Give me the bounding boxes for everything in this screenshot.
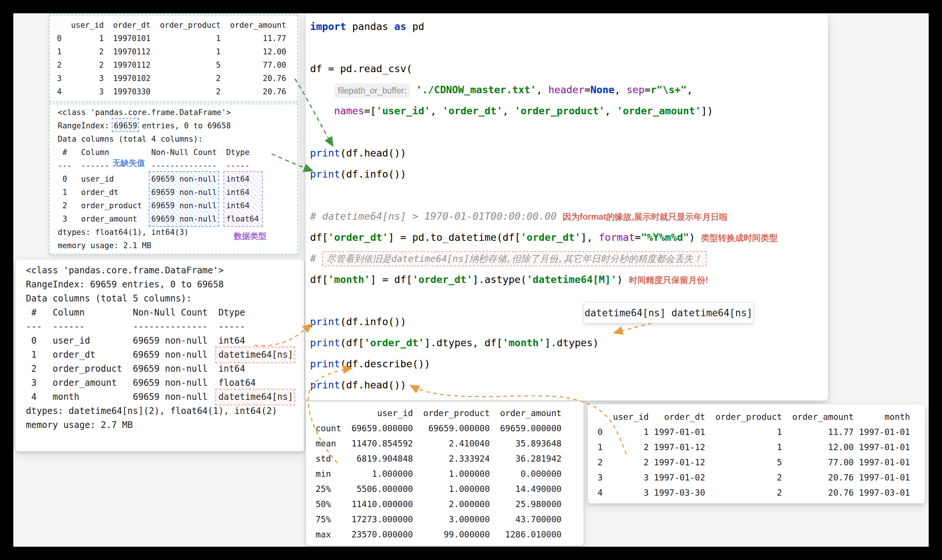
raw-dataframe-output-panel: user_id order_dt order_product order_amo… [49,15,300,254]
converted-head-output: user_id order_dt order_product order_amo… [588,404,925,500]
code-line: print(df['order_dt'].dtypes, df['month']… [310,332,828,353]
code-line [310,185,828,206]
code-line: print(df.info()) [310,163,828,185]
describe-output: user_id order_product order_amount count… [306,402,583,542]
converted-info-output: <class 'pandas.core.frame.DataFrame'> Ra… [15,260,304,432]
code-editor-panel[interactable]: import pandas as pd df = pd.read_csv( fi… [306,12,828,401]
df-info-output: <class 'pandas.core.frame.DataFrame'> Ra… [49,104,297,252]
converted-info-output-panel: <class 'pandas.core.frame.DataFrame'> Ra… [15,260,304,451]
describe-output-panel: user_id order_product order_amount count… [306,402,583,546]
code-line: names=['user_id', 'order_dt', 'order_pro… [310,100,828,122]
code-line: df['order_dt'] = pd.to_datetime(df['orde… [310,227,828,248]
code-line: import pandas as pd [310,16,828,37]
dtypes-result-tooltip: datetime64[ns] datetime64[ns] [584,303,753,323]
no-missing-values-label: 无缺失值 [112,158,145,169]
code-line [310,122,828,142]
df-head-output-box: user_id order_dt order_product order_amo… [49,15,298,102]
code-line: # 尽管看到依旧是datetime64[ns]纳秒存储,但除了月份,其它年日时分… [310,248,828,269]
df-info-output-box: <class 'pandas.core.frame.DataFrame'> Ra… [49,103,298,254]
python-code: import pandas as pd df = pd.read_csv( fi… [310,16,828,395]
code-line [310,37,828,58]
data-type-label: 数据类型 [234,231,266,242]
code-line: # datetime64[ns] > 1970-01-01T00:00:00.0… [310,206,828,227]
code-line: print(df.describe()) [310,353,828,374]
df-head-output: user_id order_dt order_product order_amo… [49,15,297,98]
code-line: filepath_or_buffer: './CDNOW_master.txt'… [310,79,828,100]
code-line: df = pd.read_csv( [310,58,828,79]
screenshot-root: { "colors":{ "keyword_blue":"#0033b3","s… [0,0,942,560]
code-line: print(df.head()) [310,374,828,395]
code-line: df['month'] = df['order_dt'].astype('dat… [310,269,828,290]
converted-head-output-panel: user_id order_dt order_product order_amo… [588,404,925,503]
code-line: print(df.head()) [310,142,828,163]
